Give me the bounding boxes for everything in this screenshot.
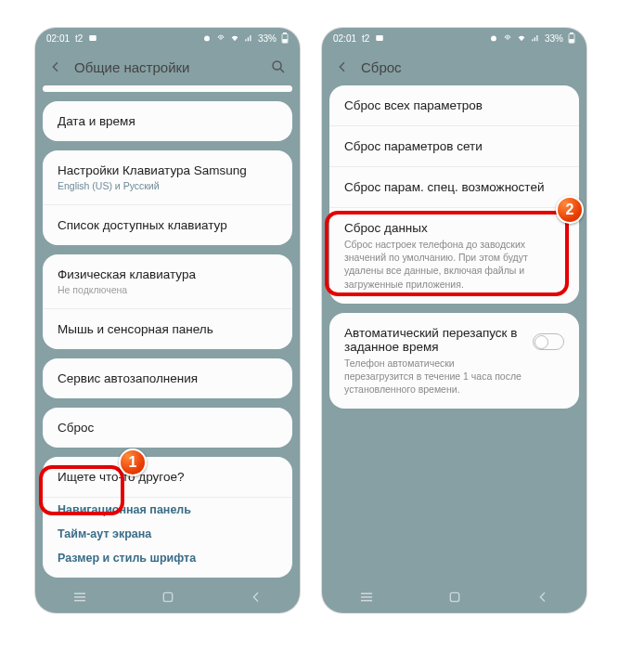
row-label: Сброс всех параметров	[344, 98, 564, 112]
link-screen-timeout[interactable]: Тайм-аут экрана	[43, 522, 292, 546]
card-input: Физическая клавиатура Не подключена Мышь…	[43, 254, 292, 349]
auto-restart-toggle[interactable]	[533, 333, 564, 350]
search-icon[interactable]	[270, 58, 287, 75]
svg-rect-21	[451, 592, 459, 601]
alarm-icon	[202, 33, 212, 43]
row-mouse[interactable]: Мышь и сенсорная панель	[43, 309, 292, 349]
svg-point-14	[507, 37, 509, 40]
status-bar: 02:01 t2 33%	[35, 28, 300, 48]
nav-bar	[35, 581, 300, 613]
signal-icon	[531, 33, 540, 43]
row-looking-for: Ищете что-то другое?	[43, 457, 292, 498]
svg-point-1	[204, 36, 210, 42]
row-label: Сброс парам. спец. возможностей	[344, 180, 564, 194]
svg-rect-17	[570, 40, 574, 43]
svg-point-6	[273, 61, 281, 70]
card-reset-options: Сброс всех параметров Сброс параметров с…	[329, 85, 579, 304]
row-keyboard-list[interactable]: Список доступных клавиатур	[43, 205, 292, 245]
row-autofill[interactable]: Сервис автозаполнения	[43, 358, 292, 398]
row-physical-keyboard[interactable]: Физическая клавиатура Не подключена	[43, 254, 292, 309]
card-auto-restart: Автоматический перезапуск в заданное вре…	[329, 313, 579, 410]
card-looking-for: Ищете что-то другое? Навигационная панел…	[43, 457, 292, 578]
nav-back-icon[interactable]	[535, 590, 550, 604]
card-keyboards: Настройки Клавиатура Samsung English (US…	[43, 150, 292, 245]
nav-recent-icon[interactable]	[358, 591, 375, 604]
status-bar: 02:01 t2 33%	[322, 28, 586, 48]
svg-rect-12	[377, 35, 384, 41]
nav-home-icon[interactable]	[161, 590, 175, 604]
row-label: Настройки Клавиатура Samsung	[58, 163, 277, 177]
row-datetime[interactable]: Дата и время	[43, 101, 292, 141]
status-time: 02:01	[46, 33, 70, 44]
row-sub: English (US) и Русский	[58, 180, 277, 191]
status-time: 02:01	[333, 33, 356, 44]
row-sub: Не подключена	[58, 284, 277, 295]
row-reset-accessibility[interactable]: Сброс парам. спец. возможностей	[329, 167, 579, 208]
back-icon[interactable]	[335, 59, 350, 74]
card-datetime: Дата и время	[43, 101, 292, 141]
header-bar: Сброс	[322, 48, 586, 85]
row-label: Сервис автозаполнения	[58, 371, 277, 385]
row-label: Автоматический перезапуск в заданное вре…	[344, 326, 525, 354]
status-battery: 33%	[258, 33, 277, 44]
link-font[interactable]: Размер и стиль шрифта	[43, 546, 292, 578]
row-reset[interactable]: Сброс	[43, 408, 292, 448]
status-carrier: t2	[362, 33, 369, 44]
svg-rect-5	[283, 40, 288, 43]
row-label: Мышь и сенсорная панель	[58, 322, 277, 336]
nav-home-icon[interactable]	[447, 590, 462, 604]
row-desc: Сброс настроек телефона до заводских зна…	[344, 238, 564, 291]
signal-icon	[244, 33, 253, 43]
wifi-icon	[517, 33, 526, 43]
row-label: Дата и время	[58, 114, 277, 128]
nav-recent-icon[interactable]	[71, 591, 88, 604]
card-reset: Сброс	[43, 408, 292, 448]
svg-rect-11	[164, 592, 173, 601]
row-samsung-keyboard[interactable]: Настройки Клавиатура Samsung English (US…	[43, 150, 292, 205]
svg-line-7	[280, 69, 284, 72]
row-label: Список доступных клавиатур	[58, 218, 277, 232]
back-icon[interactable]	[48, 59, 63, 74]
alarm-icon	[489, 33, 498, 43]
row-reset-network[interactable]: Сброс параметров сети	[329, 126, 579, 167]
hotspot-icon	[503, 33, 512, 43]
header-bar: Общие настройки	[35, 48, 300, 85]
nav-back-icon[interactable]	[249, 590, 264, 604]
row-factory-reset[interactable]: Сброс данных Сброс настроек телефона до …	[329, 208, 579, 304]
row-reset-all[interactable]: Сброс всех параметров	[329, 85, 579, 126]
card-autofill: Сервис автозаполнения	[43, 358, 292, 398]
svg-rect-0	[90, 35, 97, 41]
svg-rect-16	[571, 32, 573, 34]
row-label: Сброс данных	[344, 221, 564, 235]
row-label: Сброс параметров сети	[344, 139, 564, 153]
hotspot-icon	[216, 33, 225, 43]
status-battery: 33%	[545, 33, 563, 44]
status-carrier: t2	[75, 33, 83, 44]
phone-general-settings: 02:01 t2 33% Общие настройки	[35, 28, 300, 613]
header-title: Сброс	[361, 59, 402, 75]
svg-point-2	[220, 37, 223, 40]
battery-icon	[281, 32, 289, 44]
phone-reset: 02:01 t2 33% Сброс Сброс всех параметров	[322, 28, 586, 613]
card-stub	[43, 85, 292, 92]
message-icon	[375, 33, 384, 43]
wifi-icon	[230, 33, 239, 43]
battery-icon	[568, 32, 575, 44]
row-desc: Телефон автоматически перезагрузится в т…	[344, 357, 525, 396]
row-label: Сброс	[58, 421, 277, 435]
row-auto-restart[interactable]: Автоматический перезапуск в заданное вре…	[329, 313, 579, 410]
row-label: Физическая клавиатура	[58, 267, 277, 281]
message-icon	[88, 33, 97, 43]
svg-point-13	[491, 36, 496, 42]
row-label: Ищете что-то другое?	[58, 470, 277, 484]
link-nav-panel[interactable]: Навигационная панель	[43, 498, 292, 522]
header-title: Общие настройки	[74, 59, 190, 75]
nav-bar	[322, 581, 586, 613]
svg-rect-4	[284, 32, 287, 34]
